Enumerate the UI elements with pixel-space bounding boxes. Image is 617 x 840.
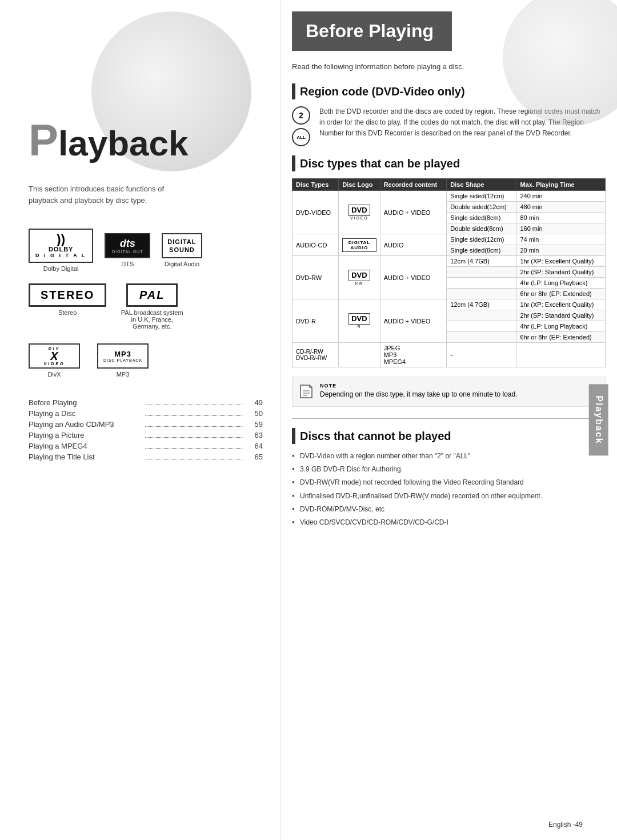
audio-cd-time-1: 74 min	[516, 234, 606, 245]
dvd-video-shape-1: Single sided(12cm)	[447, 191, 516, 202]
stereo-item: STEREO Stereo	[29, 283, 106, 316]
audio-cd-shape-2: Single sided(8cm)	[447, 245, 516, 256]
divx-mid: X	[50, 350, 58, 362]
dvd-r-logo-cell: DVD R	[342, 313, 376, 329]
dts-label: DTS	[121, 261, 134, 267]
note-icon	[298, 383, 314, 401]
dvd-video-shape-4: Double sided(8cm)	[447, 223, 516, 234]
section-bar-2	[292, 155, 295, 171]
pal-item: PAL PAL broadcast system in U.K, France,…	[118, 283, 186, 330]
stereo-pal-row: STEREO Stereo PAL PAL broadcast system i…	[29, 283, 263, 330]
toc-page-1: 49	[246, 398, 263, 407]
digital-sound-line2: SOUND	[169, 246, 195, 254]
dvd-rw-time-1: 1hr (XP: Excellent Quality)	[516, 256, 606, 267]
dvd-video-time-1: 240 min	[516, 191, 606, 202]
playback-p: P	[29, 115, 58, 165]
dts-logo-box: dts DIGITAL OUT	[105, 233, 150, 258]
dvd-video-content: AUDIO + VIDEO	[380, 191, 447, 234]
pal-box: PAL	[126, 283, 178, 307]
mp3-sub-text: DISC PLAYBACK	[103, 358, 142, 362]
footer: English -49	[548, 821, 583, 829]
cannot-play-title: Discs that cannot be played	[300, 430, 451, 443]
dvd-video-shape-2: Double sided(12cm)	[447, 202, 516, 213]
left-column: Playback This section introduces basic f…	[0, 0, 280, 840]
digital-sound-box: DIGITAL SOUND	[162, 233, 202, 258]
logos-row-1: )) DOLBY D I G I T A L Dolby Digital dts…	[29, 229, 263, 272]
before-playing-title: Before Playing	[306, 21, 438, 42]
toc-item: Playing the Title List 65	[29, 453, 263, 461]
table-row: DVD-R DVD R AUDIO + VIDEO 12cm (4.7GB) 1…	[293, 299, 606, 310]
toc-dots-1	[145, 405, 243, 405]
table-row: DVD-VIDEO DVD VIDEO AUDIO + VIDEO Single…	[293, 191, 606, 202]
table-row: DVD-RW DVD RW AUDIO + VIDEO 12cm (4.7GB)…	[293, 256, 606, 267]
toc-dots-2	[145, 415, 243, 416]
note-content: NOTE Depending on the disc type, it may …	[320, 383, 518, 398]
toc-item: Playing a Disc 50	[29, 409, 263, 418]
cdr-time	[516, 343, 606, 367]
audio-cd-time-2: 20 min	[516, 245, 606, 256]
mp3-item: MP3 DISC PLAYBACK MP3	[97, 343, 149, 378]
sidebar-tab: Playback	[588, 384, 608, 455]
section-bar	[292, 83, 295, 99]
audio-cd-content: AUDIO	[380, 234, 447, 256]
dolby-logo-item: )) DOLBY D I G I T A L Dolby Digital	[29, 229, 93, 272]
disc-types-table: Disc Types Disc Logo Recorded content Di…	[292, 178, 606, 367]
list-item: 3.9 GB DVD-R Disc for Authoring.	[292, 464, 606, 475]
region-icons: 2 ALL	[292, 106, 310, 146]
toc-page-6: 65	[246, 453, 263, 461]
list-item: DVD-ROM/PD/MV-Disc, etc	[292, 504, 606, 515]
toc-title-5: Playing a MPEG4	[29, 442, 143, 450]
divx-bot: VIDEO	[44, 362, 65, 366]
dvd-r-time-1: 1hr (XP: Excellent Quality)	[516, 299, 606, 310]
dolby-dd-symbol: ))	[57, 233, 65, 246]
mp3-logo-box: MP3 DISC PLAYBACK	[97, 343, 149, 369]
dvd-rw-sub: RW	[355, 281, 364, 285]
col-disc-types: Disc Types	[293, 179, 339, 191]
separator	[292, 418, 606, 419]
divx-label: DivX	[47, 371, 61, 378]
dvd-r-time-3: 4hr (LP: Long Playback)	[516, 321, 606, 332]
col-max-time: Max. Playing Time	[516, 179, 606, 191]
col-disc-shape: Disc Shape	[447, 179, 516, 191]
dvd-r-type: DVD-R	[293, 299, 339, 343]
playback-rest: layback	[58, 123, 189, 163]
dvd-rw-shape-3	[447, 278, 516, 289]
stereo-label: Stereo	[58, 309, 77, 316]
page-wrapper: Playback This section introduces basic f…	[0, 0, 617, 840]
pal-label: PAL broadcast system in U.K, France, Ger…	[118, 309, 186, 330]
divx-logo-box: DIV X VIDEO	[29, 343, 80, 369]
digital-sound-label: Digital Audio	[165, 261, 199, 267]
region-code-title: Region code (DVD-Video only)	[300, 85, 465, 98]
toc-dots-6	[145, 459, 243, 459]
list-item: DVD-RW(VR mode) not recorded following t…	[292, 477, 606, 488]
divx-inner: DIV X VIDEO	[44, 346, 65, 366]
dolby-label: Dolby Digital	[43, 265, 79, 272]
col-disc-logo: Disc Logo	[339, 179, 380, 191]
note-label: NOTE	[320, 383, 518, 389]
toc-item: Before Playing 49	[29, 398, 263, 407]
playback-title: Playback	[29, 114, 263, 166]
region-all-badge: ALL	[292, 128, 310, 146]
list-item: Unfinalised DVD-R,unfinalised DVD-RW(V m…	[292, 491, 606, 502]
dvd-rw-shape-4	[447, 289, 516, 299]
toc-page-5: 64	[246, 442, 263, 450]
dolby-logo: )) DOLBY D I G I T A L	[35, 233, 86, 258]
audio-cd-type: AUDIO-CD	[293, 234, 339, 256]
cdr-logo	[339, 343, 380, 367]
dvd-rw-type: DVD-RW	[293, 256, 339, 299]
dvd-rw-time-4: 6hr or 8hr (EP: Extended)	[516, 289, 606, 299]
dvd-rw-shape-1: 12cm (4.7GB)	[447, 256, 516, 267]
dvd-rw-logo-small: DVD	[348, 270, 370, 281]
cdr-shape: -	[447, 343, 516, 367]
digital-sound-item: DIGITAL SOUND Digital Audio	[162, 233, 202, 267]
region-num-badge: 2	[292, 106, 310, 125]
right-column: Before Playing Read the following inform…	[280, 0, 617, 840]
dvd-video-type: DVD-VIDEO	[293, 191, 339, 234]
toc-item: Playing an Audio CD/MP3 59	[29, 420, 263, 429]
mp3-main-text: MP3	[114, 350, 131, 358]
toc-dots-4	[145, 437, 243, 438]
note-box: NOTE Depending on the disc type, it may …	[292, 377, 606, 407]
divx-mp3-row: DIV X VIDEO DivX MP3 DISC PLAYBACK MP3	[29, 343, 263, 378]
list-item: DVD-Video with a region number other tha…	[292, 451, 606, 462]
dvd-video-time-3: 80 min	[516, 213, 606, 223]
